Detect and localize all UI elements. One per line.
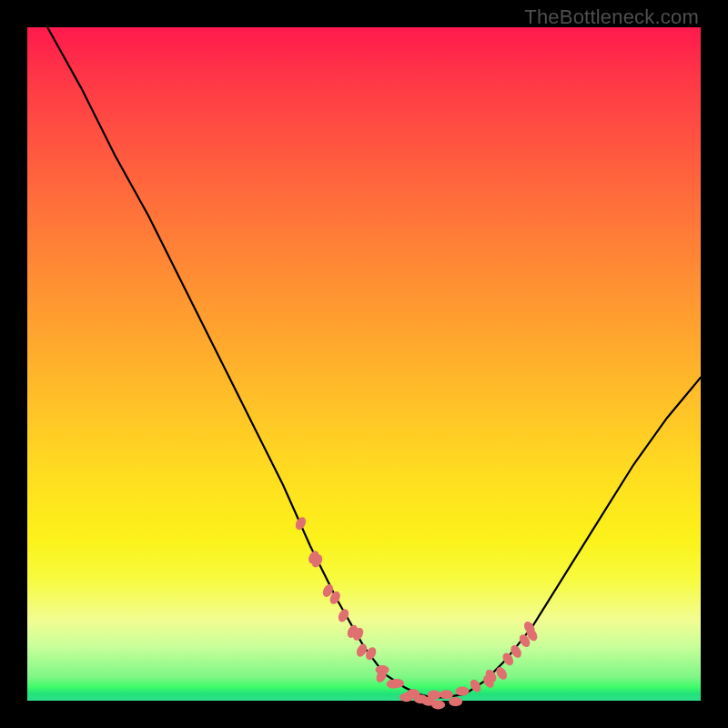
- data-dot: [456, 687, 470, 696]
- data-dot: [390, 679, 404, 688]
- data-dot: [431, 701, 445, 710]
- data-dot: [449, 697, 462, 706]
- dot-cluster-valley: [376, 665, 470, 709]
- bottleneck-curve: [47, 27, 701, 697]
- data-dot: [376, 665, 389, 674]
- dot-cluster-right: [468, 620, 540, 694]
- data-dot: [494, 665, 509, 682]
- data-dot: [440, 690, 453, 699]
- data-dot: [428, 691, 441, 700]
- chart-svg: [0, 0, 728, 728]
- data-dot: [293, 515, 308, 531]
